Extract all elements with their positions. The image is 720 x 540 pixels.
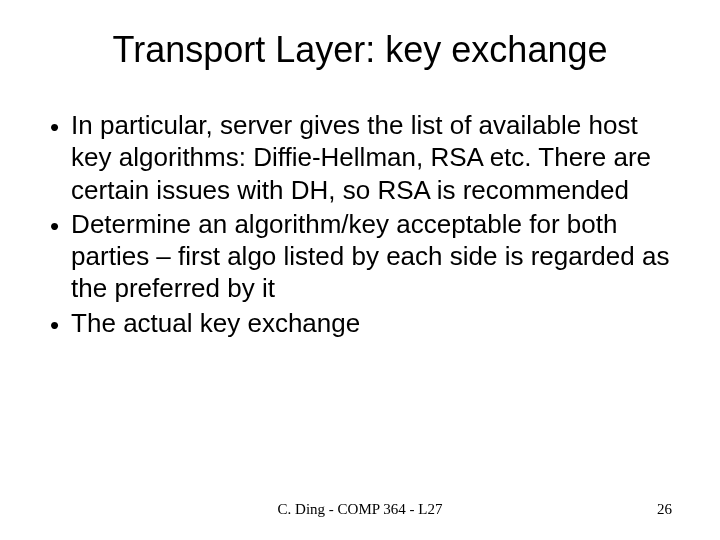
slide-container: Transport Layer: key exchange • In parti…: [0, 0, 720, 540]
slide-content: • In particular, server gives the list o…: [42, 109, 678, 341]
footer-center: C. Ding - COMP 364 - L27: [278, 501, 443, 518]
bullet-icon: •: [50, 111, 59, 144]
bullet-icon: •: [50, 309, 59, 342]
bullet-text: The actual key exchange: [71, 307, 360, 339]
page-number: 26: [612, 501, 672, 518]
list-item: • The actual key exchange: [50, 307, 678, 342]
bullet-text: In particular, server gives the list of …: [71, 109, 678, 206]
slide-title: Transport Layer: key exchange: [42, 28, 678, 71]
slide-footer: C. Ding - COMP 364 - L27 26: [0, 501, 720, 518]
bullet-text: Determine an algorithm/key acceptable fo…: [71, 208, 678, 305]
list-item: • In particular, server gives the list o…: [50, 109, 678, 206]
bullet-icon: •: [50, 210, 59, 243]
list-item: • Determine an algorithm/key acceptable …: [50, 208, 678, 305]
